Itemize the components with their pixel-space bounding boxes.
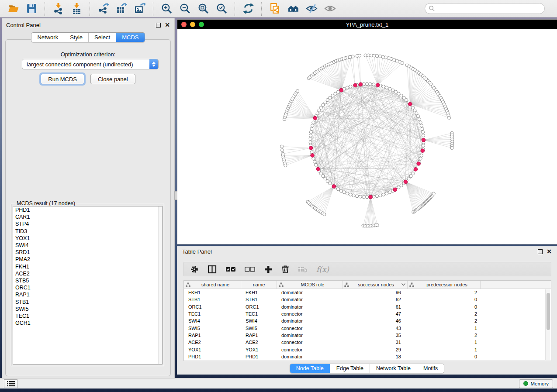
node[interactable]	[420, 154, 423, 157]
import-table-button[interactable]	[67, 2, 86, 16]
fan-node[interactable]	[348, 55, 351, 58]
node[interactable]	[309, 138, 312, 141]
table-row[interactable]: STB1STB1dominator620	[184, 296, 551, 303]
node[interactable]	[379, 194, 382, 197]
node[interactable]	[388, 191, 391, 194]
node[interactable]	[416, 115, 419, 118]
node[interactable]	[400, 94, 403, 97]
zoom-in-button[interactable]	[157, 2, 176, 16]
close-panel-button[interactable]: Close panel	[90, 74, 135, 84]
fan-node[interactable]	[450, 146, 453, 149]
node[interactable]	[349, 193, 352, 196]
fan-node[interactable]	[448, 116, 451, 119]
node[interactable]	[313, 160, 316, 163]
node[interactable]	[326, 179, 329, 182]
list-item[interactable]: CAR1	[13, 213, 162, 220]
column-header-successor-nodes[interactable]: successor nodes	[343, 281, 408, 289]
node[interactable]	[397, 186, 400, 189]
list-item[interactable]: SWI4	[13, 242, 162, 249]
float-table-panel-icon[interactable]	[538, 249, 543, 254]
node[interactable]	[385, 192, 388, 195]
node[interactable]	[388, 87, 391, 90]
node[interactable]	[415, 112, 418, 115]
network-canvas[interactable]	[177, 29, 557, 244]
table-scrollbar-thumb[interactable]	[547, 293, 550, 330]
table-tab-motifs[interactable]: Motifs	[417, 364, 444, 373]
edge[interactable]	[285, 155, 312, 164]
export-network-button[interactable]	[94, 2, 112, 16]
node[interactable]	[319, 172, 322, 175]
list-item[interactable]: TEC1	[13, 313, 162, 320]
edge[interactable]	[370, 197, 376, 225]
select-all-checks-icon[interactable]	[225, 266, 236, 273]
add-row-icon[interactable]	[264, 265, 273, 274]
dominator-node[interactable]	[376, 83, 380, 87]
column-header-mcds-role[interactable]: MCDS role	[277, 281, 343, 289]
fan-node[interactable]	[351, 55, 354, 58]
table-row[interactable]: SWI5SWI5connector431	[184, 324, 551, 331]
dominator-node[interactable]	[309, 146, 313, 150]
node[interactable]	[316, 112, 319, 115]
table-row[interactable]: ACE2ACE2connector311	[184, 339, 551, 346]
edge[interactable]	[423, 133, 452, 140]
dominator-node[interactable]	[414, 168, 418, 172]
node[interactable]	[315, 163, 318, 166]
edge[interactable]	[323, 186, 334, 213]
dominator-node[interactable]	[359, 83, 363, 86]
node[interactable]	[402, 96, 405, 99]
edge[interactable]	[297, 93, 315, 118]
fan-node[interactable]	[358, 54, 361, 57]
list-item[interactable]: ACE2	[13, 270, 162, 277]
list-item[interactable]: PMA2	[13, 256, 162, 263]
node[interactable]	[394, 90, 397, 93]
fan-node[interactable]	[401, 62, 404, 65]
node[interactable]	[346, 192, 349, 195]
dominator-node[interactable]	[311, 154, 315, 158]
list-item[interactable]: STB1	[13, 299, 162, 306]
node[interactable]	[311, 124, 314, 127]
dominator-node[interactable]	[332, 185, 336, 189]
fan-node[interactable]	[378, 55, 381, 58]
edge[interactable]	[378, 59, 391, 85]
edge[interactable]	[284, 155, 312, 159]
node[interactable]	[343, 191, 346, 194]
table-row[interactable]: PHD1PHD1dominator180	[184, 353, 551, 360]
refresh-button[interactable]	[239, 2, 257, 16]
edge[interactable]	[371, 55, 378, 85]
node[interactable]	[372, 83, 375, 86]
mcds-list-scrollbar[interactable]	[158, 206, 162, 364]
node[interactable]	[409, 175, 412, 178]
list-item[interactable]: PHD1	[13, 206, 162, 213]
node[interactable]	[365, 83, 368, 86]
edge[interactable]	[378, 57, 383, 85]
table-row[interactable]: RAP1RAP1dominator352	[184, 332, 551, 339]
node[interactable]	[309, 141, 312, 144]
edge[interactable]	[332, 63, 341, 90]
fan-node[interactable]	[296, 89, 299, 93]
tab-network[interactable]: Network	[31, 33, 64, 42]
table-tab-edge-table[interactable]: Edge Table	[330, 364, 370, 373]
node[interactable]	[326, 98, 329, 101]
edge[interactable]	[378, 58, 389, 85]
fan-node[interactable]	[373, 54, 376, 57]
node[interactable]	[419, 121, 422, 124]
dominator-node[interactable]	[393, 188, 397, 192]
fan-node[interactable]	[381, 55, 384, 58]
node[interactable]	[319, 106, 322, 109]
edge[interactable]	[282, 147, 311, 148]
node[interactable]	[329, 182, 332, 185]
close-table-panel-icon[interactable]: ✕	[547, 249, 552, 254]
node[interactable]	[422, 134, 425, 137]
import-network-button[interactable]	[49, 2, 67, 16]
list-item[interactable]: SRD1	[13, 249, 162, 256]
node[interactable]	[309, 131, 312, 134]
node[interactable]	[420, 124, 423, 127]
fan-node[interactable]	[284, 164, 287, 167]
tab-mcds[interactable]: MCDS	[116, 33, 144, 42]
fan-node[interactable]	[280, 148, 284, 151]
close-panel-icon[interactable]: ✕	[165, 23, 170, 28]
node[interactable]	[407, 177, 410, 180]
node[interactable]	[318, 109, 321, 112]
node[interactable]	[397, 92, 400, 95]
optimization-criterion-select[interactable]: largest connected component (undirected)	[22, 59, 159, 69]
